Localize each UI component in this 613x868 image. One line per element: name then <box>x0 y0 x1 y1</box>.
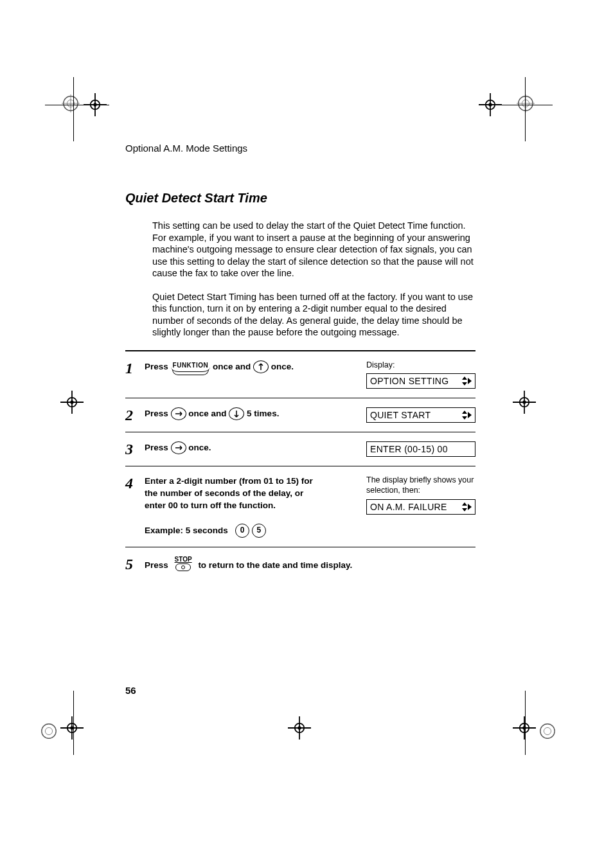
crop-line <box>525 691 526 755</box>
example-line: Example: 5 seconds 0 5 <box>145 524 353 538</box>
lcd-text: QUIET START <box>370 410 431 420</box>
lcd-text: ON A.M. FAILURE <box>370 502 447 512</box>
registration-mark-icon <box>517 94 535 112</box>
crosshair-icon <box>288 716 311 740</box>
step-number: 1 <box>125 360 145 389</box>
registration-mark-icon <box>62 94 80 112</box>
text: Press <box>145 408 168 418</box>
crosshair-icon <box>513 716 536 740</box>
text: once. <box>271 361 294 371</box>
text: Press <box>145 361 168 371</box>
svg-point-25 <box>45 727 52 734</box>
step-number: 5 <box>125 556 145 575</box>
text: once and <box>213 361 253 371</box>
step-3: 3 Press once. ENTER (00-15) 00 <box>125 432 475 466</box>
stop-label: STOP <box>175 556 192 563</box>
numkey-0-icon: 0 <box>235 524 249 538</box>
step-number: 2 <box>125 407 145 423</box>
step-5: 5 Press STOP to return to the date and t… <box>125 547 475 584</box>
step-2: 2 Press once and 5 times. <box>125 398 475 432</box>
registration-mark-icon <box>40 722 58 740</box>
text: to return to the date and time display. <box>198 560 352 570</box>
lcd-display: QUIET START <box>366 407 475 423</box>
text: 5 times. <box>247 408 279 418</box>
step-4: 4 Enter a 2-digit number (from 01 to 15)… <box>125 466 475 547</box>
steps-list: 1 Press FUNKTION once and once. Display: <box>125 350 475 584</box>
step-number: 3 <box>125 441 145 457</box>
up-arrow-key-icon <box>253 360 269 373</box>
step-display: Display: OPTION SETTING <box>353 360 475 389</box>
crop-line <box>525 77 526 141</box>
display-note: The display briefly shows your selection… <box>366 475 475 495</box>
section-title: Quiet Detect Start Time <box>125 191 475 206</box>
text: once. <box>188 442 211 452</box>
paragraph: This setting can be used to delay the st… <box>152 220 480 279</box>
step-display: ENTER (00-15) 00 <box>353 441 475 457</box>
crop-line <box>488 105 553 105</box>
step-instruction: Press once and 5 times. <box>145 407 353 420</box>
document-page: Optional A.M. Mode Settings Quiet Detect… <box>0 0 613 868</box>
step-display: The display briefly shows your selection… <box>353 475 475 515</box>
stop-key-icon: STOP <box>175 556 192 575</box>
crosshair-icon <box>60 391 84 414</box>
right-arrow-key-icon <box>171 407 186 420</box>
right-arrow-key-icon <box>171 441 186 454</box>
lcd-text: ENTER (00-15) 00 <box>370 444 448 454</box>
crosshair-icon <box>513 391 536 414</box>
text: Enter a 2-digit number (from 01 to 15) f… <box>145 475 324 512</box>
lcd-text: OPTION SETTING <box>370 376 449 386</box>
function-key-icon: FUNKTION <box>171 361 211 372</box>
step-number: 4 <box>125 475 145 538</box>
svg-point-39 <box>544 727 551 734</box>
down-arrow-key-icon <box>229 407 244 420</box>
lcd-display: ON A.M. FAILURE <box>366 499 475 515</box>
display-label: Display: <box>366 360 475 369</box>
step-instruction: Press once. <box>145 441 353 454</box>
text: once and <box>188 408 229 418</box>
text: Press <box>145 442 168 452</box>
updown-arrow-icon <box>462 411 472 420</box>
crop-line <box>73 77 74 141</box>
updown-arrow-icon <box>462 502 472 511</box>
step-instruction: Press STOP to return to the date and tim… <box>145 556 475 575</box>
lcd-display: OPTION SETTING <box>366 373 475 389</box>
crosshair-icon <box>60 716 84 740</box>
text: Example: 5 seconds <box>145 525 228 535</box>
numkey-5-icon: 5 <box>252 524 266 538</box>
step-display: QUIET START <box>353 407 475 423</box>
lcd-display: ENTER (00-15) 00 <box>366 441 475 457</box>
step-instruction: Enter a 2-digit number (from 01 to 15) f… <box>145 475 353 538</box>
step-1: 1 Press FUNKTION once and once. Display: <box>125 351 475 398</box>
updown-arrow-icon <box>462 376 472 385</box>
page-number: 56 <box>125 685 136 696</box>
svg-point-24 <box>42 724 56 738</box>
paragraph: Quiet Detect Start Timing has been turne… <box>152 291 480 339</box>
step-instruction: Press FUNKTION once and once. <box>145 360 353 373</box>
registration-mark-icon <box>538 722 556 740</box>
svg-point-38 <box>540 724 555 738</box>
page-content: Optional A.M. Mode Settings Quiet Detect… <box>125 143 475 583</box>
crop-line <box>45 105 109 105</box>
text: Press <box>145 560 168 570</box>
body-text: This setting can be used to delay the st… <box>152 220 480 339</box>
running-header: Optional A.M. Mode Settings <box>125 143 475 154</box>
crop-line <box>73 691 74 755</box>
